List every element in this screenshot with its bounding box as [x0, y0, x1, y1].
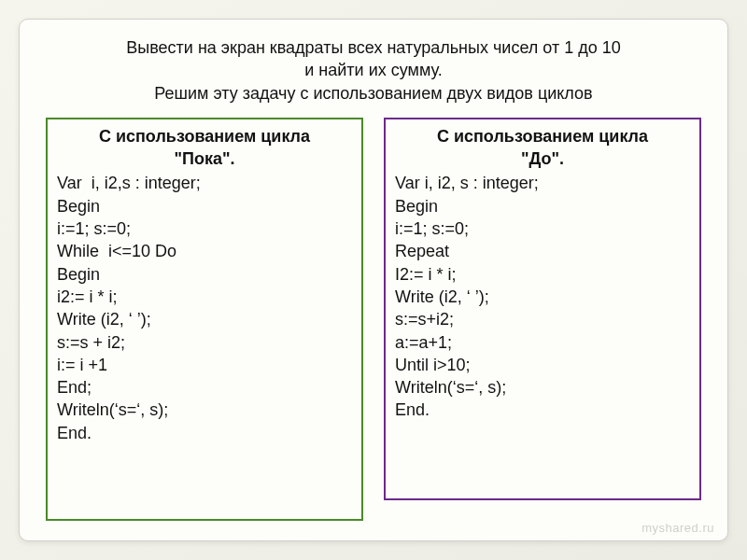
task-line-2: и найти их сумму. — [304, 61, 442, 79]
slide-card: Вывести на экран квадраты всех натуральн… — [19, 19, 728, 541]
while-loop-title: С использованием цикла "Пока". — [57, 125, 352, 171]
task-line-3: Решим эту задачу с использованием двух в… — [154, 84, 592, 103]
repeat-loop-code: Var i, i2, s : integer; Begin i:=1; s:=0… — [395, 172, 690, 421]
repeat-loop-title: С использованием цикла "До". — [395, 125, 690, 171]
repeat-loop-box: С использованием цикла "До". Var i, i2, … — [384, 118, 701, 500]
while-title-line-1: С использованием цикла — [99, 127, 310, 146]
columns: С использованием цикла "Пока". Var i, i2… — [40, 118, 707, 521]
watermark: myshared.ru — [641, 521, 714, 535]
repeat-title-line-1: С использованием цикла — [437, 127, 648, 146]
repeat-title-line-2: "До". — [521, 149, 564, 168]
while-title-line-2: "Пока". — [174, 149, 234, 168]
task-statement: Вывести на экран квадраты всех натуральн… — [40, 36, 707, 105]
task-line-1: Вывести на экран квадраты всех натуральн… — [126, 38, 620, 57]
while-loop-code: Var i, i2,s : integer; Begin i:=1; s:=0;… — [57, 172, 352, 444]
while-loop-box: С использованием цикла "Пока". Var i, i2… — [46, 118, 363, 521]
